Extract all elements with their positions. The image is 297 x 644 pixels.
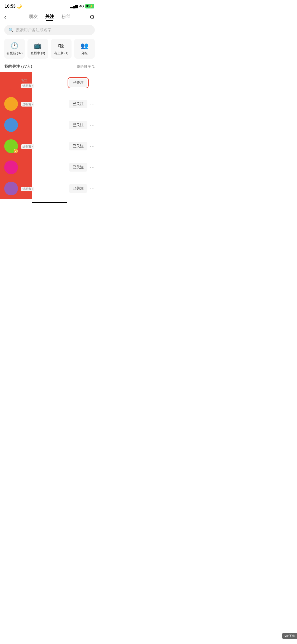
follow-button[interactable]: 已关注 xyxy=(69,163,87,172)
section-header: 我的关注 (77人) 综合排序 ⇅ xyxy=(0,63,99,72)
live-icon: 📺 xyxy=(34,42,42,49)
home-indicator xyxy=(32,202,67,203)
user-actions: 已关注 ··· xyxy=(69,184,95,193)
user-sub: 进橱窗 xyxy=(21,84,66,88)
more-button[interactable]: ··· xyxy=(90,101,95,107)
shop-tag[interactable]: 进橱窗 xyxy=(21,102,34,107)
more-button[interactable]: ··· xyxy=(90,144,95,149)
user-info xyxy=(21,167,66,168)
shop-icon: 🛍 xyxy=(58,42,64,49)
avatar xyxy=(4,160,18,174)
follow-button[interactable]: 已关注 xyxy=(69,100,87,108)
filter-card-group[interactable]: 👥 分组 xyxy=(74,39,95,59)
clock-icon: 🕐 xyxy=(11,42,18,49)
verified-badge: ✓ xyxy=(14,149,18,153)
list-item: 进橱窗 已关注 ··· xyxy=(0,93,99,114)
user-actions: 已关注 ··· xyxy=(69,121,95,129)
follow-button[interactable]: 已关注 xyxy=(69,142,87,150)
battery-badge: 35⚡ xyxy=(85,4,94,8)
nav-tabs: 朋友 关注 粉丝 xyxy=(14,13,85,21)
avatar xyxy=(4,118,18,132)
settings-button[interactable]: ⚙ xyxy=(85,14,95,21)
user-actions: 已关注 ··· xyxy=(69,142,95,150)
tab-following[interactable]: 关注 xyxy=(45,13,54,21)
shop-tag[interactable]: 进橱窗 xyxy=(21,144,34,149)
filter-group-label: 分组 xyxy=(81,51,88,56)
sort-icon: ⇅ xyxy=(92,65,95,68)
user-actions: 已关注 ··· xyxy=(69,163,95,172)
list-item: ✓ 进橱窗 已关注 ··· xyxy=(0,136,99,157)
list-item: 备注 进橱窗 已关注 ··· xyxy=(0,72,99,93)
user-sub: 进橱窗 xyxy=(21,187,66,191)
follow-button[interactable]: 已关注 xyxy=(69,184,87,193)
status-bar: 16:53 🌙 ▂▄▆ 4G 35⚡ xyxy=(0,0,99,11)
filter-live-label: 直播中 (3) xyxy=(31,51,45,56)
avatar xyxy=(4,76,18,90)
filter-new-label: 有上新 (1) xyxy=(54,51,68,56)
user-note: 备注 xyxy=(21,78,66,82)
user-actions: 已关注 ··· xyxy=(69,100,95,108)
shop-tag[interactable]: 进橱窗 xyxy=(21,84,34,88)
avatar xyxy=(4,97,18,111)
user-list: 备注 进橱窗 已关注 ··· 进橱窗 已关注 ··· 已关注 xyxy=(0,72,99,199)
filter-card-live[interactable]: 📺 直播中 (3) xyxy=(27,39,48,59)
avatar xyxy=(4,182,18,195)
search-input[interactable]: 搜索用户备注或名字 xyxy=(16,27,51,33)
list-item: 已关注 ··· xyxy=(0,157,99,178)
follow-button[interactable]: 已关注 xyxy=(69,79,87,87)
more-button[interactable]: ··· xyxy=(90,80,95,86)
list-item: 进橱窗 已关注 ··· xyxy=(0,178,99,199)
shop-tag[interactable]: 进橱窗 xyxy=(21,187,34,191)
filter-card-updates[interactable]: 🕐 有更新 (32) xyxy=(4,39,25,59)
more-button[interactable]: ··· xyxy=(90,186,95,191)
user-actions: 已关注 ··· xyxy=(69,79,95,87)
section-title: 我的关注 (77人) xyxy=(4,64,32,69)
user-sub: 进橱窗 xyxy=(21,102,66,107)
sort-button[interactable]: 综合排序 ⇅ xyxy=(77,64,95,69)
user-info: 进橱窗 xyxy=(21,144,66,149)
status-icons: ▂▄▆ 4G 35⚡ xyxy=(70,4,94,8)
user-info: 进橱窗 xyxy=(21,102,66,107)
signal-icon: ▂▄▆ xyxy=(70,4,78,8)
group-icon: 👥 xyxy=(81,42,88,49)
filter-card-new[interactable]: 🛍 有上新 (1) xyxy=(51,39,72,59)
network-label: 4G xyxy=(79,4,84,8)
user-info: 进橱窗 xyxy=(21,186,66,191)
avatar: ✓ xyxy=(4,139,18,153)
back-button[interactable]: ‹ xyxy=(4,14,14,21)
list-item: 已关注 ··· xyxy=(0,114,99,136)
status-time: 16:53 🌙 xyxy=(5,4,22,9)
top-nav: ‹ 朋友 关注 粉丝 ⚙ xyxy=(0,11,99,24)
user-sub: 进橱窗 xyxy=(21,144,66,149)
more-button[interactable]: ··· xyxy=(90,122,95,128)
user-info: 备注 进橱窗 xyxy=(21,77,66,88)
moon-icon: 🌙 xyxy=(17,4,22,8)
filter-updates-label: 有更新 (32) xyxy=(7,51,23,56)
user-info xyxy=(21,125,66,125)
follow-button[interactable]: 已关注 xyxy=(69,121,87,129)
more-button[interactable]: ··· xyxy=(90,165,95,170)
tab-friends[interactable]: 朋友 xyxy=(29,13,38,21)
search-icon: 🔍 xyxy=(8,27,14,33)
tab-fans[interactable]: 粉丝 xyxy=(62,13,70,21)
search-bar[interactable]: 🔍 搜索用户备注或名字 xyxy=(4,25,95,35)
filter-cards: 🕐 有更新 (32) 📺 直播中 (3) 🛍 有上新 (1) 👥 分组 xyxy=(0,39,99,63)
